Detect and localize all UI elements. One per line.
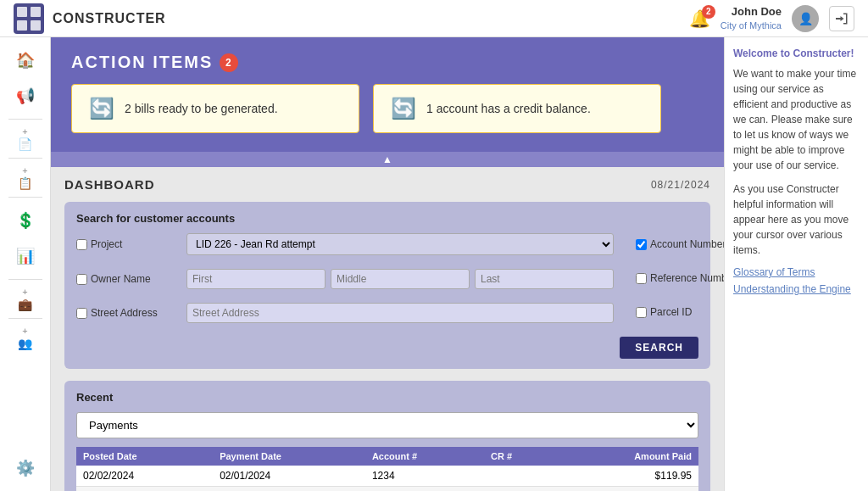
street-input[interactable]	[186, 303, 614, 323]
sidebar-plus-4[interactable]: + 👥	[18, 326, 32, 350]
parcel-label: Parcel ID	[650, 306, 692, 318]
search-row-project: Project LID 226 - Jean Rd attempt Owner …	[76, 233, 698, 330]
cell-payment-date: 02/01/2024	[213, 466, 365, 487]
sidebar-item-announcements[interactable]: 📢	[7, 80, 44, 112]
logo-icon	[14, 3, 44, 34]
sidebar-divider-3	[8, 197, 42, 198]
owner-first-input[interactable]	[186, 269, 326, 289]
parcel-label-check: Parcel ID	[636, 306, 724, 318]
logout-button[interactable]	[829, 6, 854, 31]
recent-box: Recent PaymentsAccountsBills Posted Date…	[64, 381, 710, 491]
avatar-button[interactable]: 👤	[792, 5, 819, 32]
action-banner-title: ACTION ITEMS 2	[71, 53, 704, 72]
sidebar-item-billing[interactable]: 💲	[7, 204, 44, 237]
collapse-arrow[interactable]: ▲	[51, 152, 724, 167]
account-label-check: Account Number	[636, 238, 724, 250]
search-row-parcel: Parcel ID	[636, 302, 724, 322]
owner-label: Owner Name	[91, 273, 151, 285]
search-button[interactable]: SEARCH	[620, 337, 698, 359]
top-nav-right: 🔔 2 John Doe City of Mythica 👤	[689, 5, 854, 32]
sidebar-item-reports[interactable]: 📊	[7, 240, 44, 272]
sidebar-item-home[interactable]: 🏠	[7, 44, 44, 76]
app-name: CONSTRUCTER	[53, 11, 166, 26]
action-cards: 🔄 2 bills ready to be generated. 🔄 1 acc…	[71, 84, 704, 133]
cell-posted-date: 02/02/2024	[76, 487, 213, 492]
dashboard-date: 08/21/2024	[651, 179, 710, 191]
owner-name-inputs	[186, 269, 614, 289]
sidebar-item-settings[interactable]: ⚙️	[7, 452, 44, 484]
project-label: Project	[91, 238, 122, 250]
cell-amount: $119.95	[554, 466, 698, 487]
logout-icon	[835, 12, 849, 25]
search-row-project-inner: Project LID 226 - Jean Rd attempt	[76, 233, 614, 255]
search-btn-row: SEARCH	[76, 337, 698, 359]
action-card-icon-bills: 🔄	[89, 97, 114, 120]
sidebar-divider-1	[8, 119, 42, 120]
sidebar-plus-1[interactable]: + 📄	[18, 126, 32, 151]
search-row-account: Account Number	[636, 234, 724, 254]
dashboard-title: DASHBOARD	[64, 177, 155, 192]
sidebar-plus-3[interactable]: + 💼	[18, 287, 32, 311]
action-card-icon-credit: 🔄	[391, 97, 416, 120]
account-checkbox[interactable]	[636, 239, 647, 250]
right-panel-body2: As you use Constructer helpful informati…	[733, 181, 860, 258]
street-label: Street Address	[91, 307, 158, 319]
owner-label-check: Owner Name	[76, 273, 178, 285]
owner-middle-input[interactable]	[331, 269, 470, 289]
sidebar: 🏠 📢 + 📄 + 📋 💲 📊 + 💼 + 👥 ⚙️	[0, 37, 51, 491]
dashboard-header: DASHBOARD 08/21/2024	[64, 177, 710, 192]
recent-dropdown[interactable]: PaymentsAccountsBills	[76, 412, 698, 438]
svg-rect-4	[31, 20, 41, 31]
search-box: Search for customer accounts Project LID…	[64, 202, 710, 369]
action-badge: 2	[220, 53, 238, 72]
col-cr: CR #	[484, 447, 554, 466]
action-card-credit[interactable]: 🔄 1 account has a credit balance.	[373, 84, 661, 133]
sidebar-divider-4	[8, 279, 42, 280]
col-amount: Amount Paid	[554, 447, 698, 466]
search-box-title: Search for customer accounts	[76, 212, 698, 225]
logo-area: CONSTRUCTER	[14, 3, 166, 34]
sidebar-divider-5	[8, 318, 42, 319]
right-panel-title: Welcome to Constructer!	[733, 47, 860, 59]
engine-link[interactable]: Understanding the Engine	[733, 283, 860, 295]
user-name: John Doe	[721, 5, 782, 20]
dashboard-section: DASHBOARD 08/21/2024 Search for customer…	[51, 167, 724, 491]
reference-checkbox[interactable]	[636, 273, 647, 284]
glossary-link[interactable]: Glossary of Terms	[733, 266, 860, 278]
col-account: Account #	[365, 447, 484, 466]
street-checkbox[interactable]	[76, 308, 87, 319]
table-row[interactable]: 02/02/2024 02/01/2024 1234 $643.94	[76, 487, 698, 492]
cell-posted-date: 02/02/2024	[76, 466, 213, 487]
search-row-owner: Owner Name	[76, 269, 614, 289]
reference-label-check: Reference Number	[636, 272, 724, 284]
col-payment-date: Payment Date	[213, 447, 365, 466]
recent-table: Posted Date Payment Date Account # CR # …	[76, 447, 698, 491]
owner-last-input[interactable]	[475, 269, 614, 289]
action-card-text-credit: 1 account has a credit balance.	[426, 102, 591, 115]
cell-amount: $643.94	[554, 487, 698, 492]
account-label: Account Number	[650, 238, 724, 250]
cell-account: 1234	[365, 487, 484, 492]
sidebar-plus-2[interactable]: + 📋	[18, 165, 32, 190]
right-panel: Welcome to Constructer! We want to make …	[724, 37, 868, 491]
search-row-street: Street Address	[76, 303, 614, 323]
project-checkbox[interactable]	[76, 239, 87, 250]
action-card-bills[interactable]: 🔄 2 bills ready to be generated.	[71, 84, 359, 133]
top-nav: CONSTRUCTER 🔔 2 John Doe City of Mythica…	[0, 0, 868, 37]
notification-button[interactable]: 🔔 2	[689, 8, 710, 29]
main-layout: 🏠 📢 + 📄 + 📋 💲 📊 + 💼 + 👥 ⚙️	[0, 37, 868, 491]
parcel-checkbox[interactable]	[636, 307, 647, 318]
owner-checkbox[interactable]	[76, 274, 87, 285]
user-city: City of Mythica	[721, 20, 782, 31]
street-label-check: Street Address	[76, 307, 178, 319]
reference-label: Reference Number	[650, 272, 724, 284]
cell-payment-date: 02/01/2024	[213, 487, 365, 492]
svg-rect-1	[17, 7, 27, 17]
center-content: ACTION ITEMS 2 🔄 2 bills ready to be gen…	[51, 37, 724, 491]
action-banner: ACTION ITEMS 2 🔄 2 bills ready to be gen…	[51, 37, 724, 152]
table-row[interactable]: 02/02/2024 02/01/2024 1234 $119.95	[76, 466, 698, 487]
cell-account: 1234	[365, 466, 484, 487]
svg-rect-3	[17, 20, 27, 31]
project-select[interactable]: LID 226 - Jean Rd attempt	[186, 233, 614, 255]
cell-cr	[484, 466, 554, 487]
